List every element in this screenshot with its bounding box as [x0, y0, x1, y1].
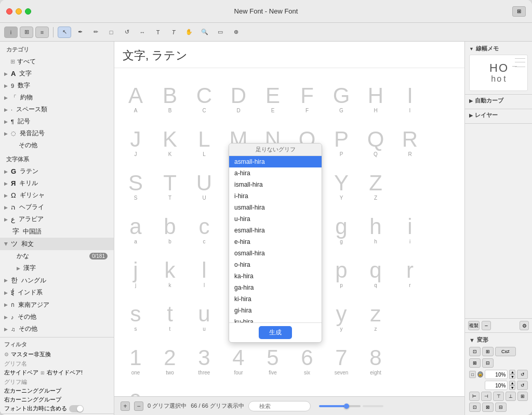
- filter-master-label[interactable]: マスター非互換: [11, 351, 51, 358]
- sidebar-item-chinese[interactable]: 字 中国語: [0, 225, 114, 238]
- sidebar-item-kana[interactable]: かな 0/181: [0, 250, 114, 262]
- glyph-cell-Y[interactable]: YY: [324, 160, 358, 201]
- glyph-cell-s[interactable]: ss: [118, 291, 153, 332]
- sidebar-item-other-sym[interactable]: ▶ ♪ その他: [0, 311, 114, 323]
- glyph-cell-B[interactable]: BB: [153, 72, 187, 114]
- glyph-cell-z[interactable]: zz: [358, 291, 393, 332]
- transform-btn-2[interactable]: ⊞: [482, 347, 494, 356]
- sidebar-item-japanese[interactable]: ▶ ツ 和文: [0, 238, 114, 250]
- glyph-cell-j[interactable]: jj: [118, 247, 153, 289]
- glyph-cell-R[interactable]: RR: [393, 116, 427, 158]
- sidebar-item-arabic[interactable]: ▶ ع アラビア: [0, 213, 114, 225]
- sidebar-item-southeast-asia[interactable]: ▶ ก 東南アジア: [0, 299, 114, 311]
- lock-icon[interactable]: 🔒: [477, 371, 483, 378]
- transform-btn-7[interactable]: ⊣: [481, 392, 491, 401]
- glyph-cell-Z[interactable]: ZZ: [358, 160, 393, 201]
- list-view-button[interactable]: ≡: [35, 27, 49, 38]
- text2-tool-button[interactable]: T: [167, 27, 180, 38]
- glyph-cell-1[interactable]: 1one: [118, 334, 153, 376]
- glyph-cell-9[interactable]: 9nine: [118, 378, 153, 396]
- sidebar-item-marks[interactable]: ▶ ¶ 記号: [0, 115, 114, 127]
- dropdown-item-u-hira[interactable]: u-hira: [229, 213, 322, 225]
- glyph-cell-C[interactable]: CC: [187, 72, 221, 114]
- info-button[interactable]: i: [4, 27, 18, 38]
- zoom-slider-thumb[interactable]: [344, 404, 349, 409]
- glyph-cell-8[interactable]: 8eight: [358, 334, 393, 376]
- dropdown-item-ismall-hira[interactable]: ismall-hira: [229, 179, 322, 190]
- transform-btn-8[interactable]: ⊤: [493, 392, 503, 401]
- maximize-button[interactable]: [25, 8, 31, 15]
- apply-y-button[interactable]: ↺: [517, 381, 528, 390]
- glyph-cell-r[interactable]: rr: [393, 247, 427, 289]
- copy-button[interactable]: 複製: [468, 321, 480, 330]
- apply-x-button[interactable]: ↺: [517, 370, 528, 379]
- glyph-cell-K[interactable]: KK: [153, 116, 187, 158]
- glyph-cell-L[interactable]: LL: [187, 116, 221, 158]
- split-view-button[interactable]: ⊞: [512, 6, 526, 17]
- rotate-tool-button[interactable]: ↺: [120, 27, 134, 38]
- glyph-cell-2[interactable]: 2two: [153, 334, 187, 376]
- glyph-cell-D[interactable]: DD: [221, 72, 256, 114]
- sidebar-item-other-music[interactable]: ▶ ♫ その他: [0, 323, 114, 335]
- sidebar-item-indic[interactable]: ▶ ई インド系: [0, 287, 114, 299]
- dropdown-item-o-hira[interactable]: o-hira: [229, 259, 322, 270]
- sidebar-item-hangul[interactable]: ▶ 한 ハングル: [0, 274, 114, 287]
- text-tool-button[interactable]: T: [151, 27, 165, 38]
- glyph-cell-J[interactable]: JJ: [118, 116, 153, 158]
- glyph-cell-Q[interactable]: QQ: [358, 116, 393, 158]
- dropdown-item-ka-hira[interactable]: ka-hira: [229, 270, 322, 282]
- minimize-button[interactable]: [16, 8, 22, 15]
- transform-btn-13[interactable]: ⊟: [495, 403, 507, 412]
- glyph-cell-c[interactable]: cc: [187, 203, 221, 245]
- close-button[interactable]: [6, 8, 12, 15]
- glyph-cell-t[interactable]: tt: [153, 291, 187, 332]
- sidebar-item-spaces[interactable]: ▶ · スペース類: [0, 103, 114, 115]
- generate-button[interactable]: 生成: [259, 326, 292, 339]
- glyph-cell-q[interactable]: qq: [358, 247, 393, 289]
- zoom-tool-button[interactable]: 🔍: [198, 27, 211, 38]
- scale-y-up[interactable]: ▲: [509, 381, 515, 385]
- transform-btn-6[interactable]: ⊢: [469, 392, 480, 401]
- zoom-slider-track[interactable]: [319, 405, 361, 407]
- glyph-cell-7[interactable]: 7seven: [324, 334, 358, 376]
- scale-y-input[interactable]: [485, 381, 508, 390]
- glyph-cell-F[interactable]: FF: [290, 72, 324, 114]
- glyph-cell-T[interactable]: TT: [153, 160, 187, 201]
- dropdown-item-a-hira[interactable]: a-hira: [229, 167, 322, 179]
- glyph-cell-I[interactable]: II: [393, 72, 427, 114]
- glyph-cell-p[interactable]: pp: [324, 247, 358, 289]
- glyph-cell-G[interactable]: GG: [324, 72, 358, 114]
- sidebar-item-numbers[interactable]: ▶ 9 数字: [0, 80, 114, 92]
- transform-btn-10[interactable]: ⊞: [517, 392, 528, 401]
- scale-y-down[interactable]: ▼: [509, 385, 515, 390]
- glyph-cell-A[interactable]: AA: [118, 72, 153, 114]
- transform-btn-12[interactable]: ⊠: [482, 403, 494, 412]
- sidebar-item-all[interactable]: ⊞ すべて: [0, 56, 114, 68]
- transform-btn-5[interactable]: ⊟: [482, 358, 494, 368]
- gear-button[interactable]: ⚙: [520, 321, 529, 330]
- dropdown-item-esmall-hira[interactable]: esmall-hira: [229, 225, 322, 236]
- toggle-switch[interactable]: [69, 405, 84, 412]
- sidebar-item-hebrew[interactable]: ▶ ה ヘブライ: [0, 201, 114, 213]
- transform-btn-11[interactable]: ⊡: [469, 403, 481, 412]
- sidebar-item-characters[interactable]: ▶ A 文字: [0, 68, 114, 80]
- glyph-cell-h[interactable]: hh: [358, 203, 393, 245]
- grid-view-button[interactable]: ⊞: [20, 27, 33, 38]
- sidebar-item-phonetic[interactable]: ▶ ◌ 発音記号: [0, 127, 114, 139]
- dropdown-item-asmall-hira[interactable]: asmall-hira: [229, 156, 322, 167]
- glyph-cell-S[interactable]: SS: [118, 160, 153, 201]
- scale-x-up[interactable]: ▲: [509, 370, 515, 374]
- glyph-cell-l[interactable]: ll: [187, 247, 221, 289]
- sidebar-item-latin[interactable]: ▶ G ラテン: [0, 165, 114, 177]
- transform-btn-9[interactable]: ⊥: [506, 392, 516, 401]
- glyph-cell-i[interactable]: ii: [393, 203, 427, 245]
- glyph-cell-a[interactable]: aa: [118, 203, 153, 245]
- sidebar-item-greek[interactable]: ▶ Ω ギリシャ: [0, 189, 114, 201]
- sidebar-item-kanji[interactable]: ▶ 漢字: [0, 262, 114, 274]
- glyph-cell-P[interactable]: PP: [324, 116, 358, 158]
- search-input[interactable]: [248, 401, 311, 411]
- anchor-tool-button[interactable]: ⊕: [229, 27, 243, 38]
- glyph-cell-u[interactable]: uu: [187, 291, 221, 332]
- transform-btn-1[interactable]: ⊡: [469, 347, 481, 356]
- minus-button[interactable]: −: [482, 321, 491, 330]
